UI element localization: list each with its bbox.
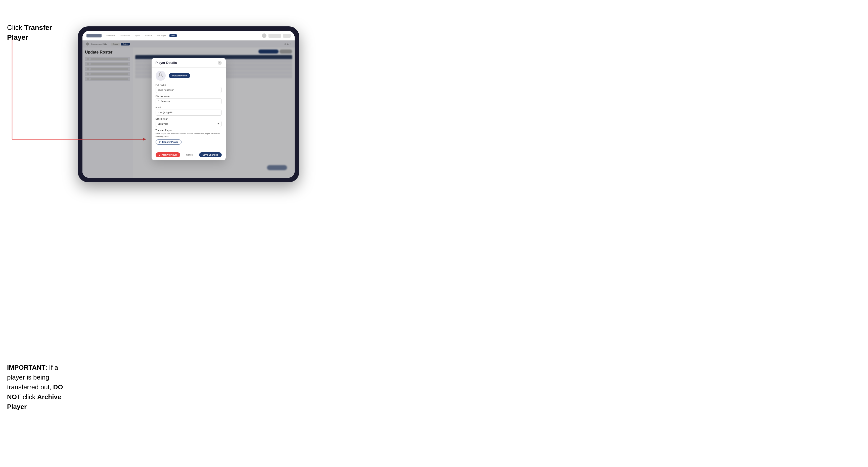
display-name-input[interactable] <box>156 98 222 104</box>
important-label: IMPORTANT <box>7 364 45 371</box>
upload-photo-button[interactable]: Upload Photo <box>169 73 190 78</box>
app-content: Grangewood (11) Roster Active Order ↑ Up… <box>83 40 294 178</box>
tablet-screen: Dashboard Tournaments Tryout Schedule Ad… <box>83 31 294 178</box>
avatar-icon <box>158 72 163 79</box>
modal-body: Upload Photo Full Name Display Name <box>152 68 226 150</box>
avatar-circle <box>156 71 166 81</box>
full-name-group: Full Name <box>156 84 222 93</box>
cancel-button[interactable]: Cancel <box>184 152 195 157</box>
transfer-player-button[interactable]: ⟳ Transfer Player <box>156 139 182 145</box>
transfer-description: If this player has moved to another scho… <box>156 132 222 138</box>
school-year-label: School Year <box>156 118 222 120</box>
full-name-input[interactable] <box>156 87 222 93</box>
school-year-select[interactable]: Sixth Year First Year Second Year Third … <box>156 121 222 127</box>
transfer-section: Transfer Player If this player has moved… <box>156 129 222 145</box>
modal-header: Player Details × <box>152 58 226 68</box>
school-year-group: School Year Sixth Year First Year Second… <box>156 118 222 127</box>
display-name-group: Display Name <box>156 95 222 104</box>
nav-tryout[interactable]: Tryout <box>133 34 142 37</box>
photo-section: Upload Photo <box>156 71 222 81</box>
header-menu-btn <box>283 34 290 38</box>
header-action-btn <box>269 34 281 38</box>
app-header: Dashboard Tournaments Tryout Schedule Ad… <box>83 31 294 40</box>
nav-team[interactable]: Team <box>169 34 177 37</box>
archive-player-button[interactable]: ⊘ Archive Player <box>156 152 181 157</box>
transfer-btn-icon: ⟳ <box>159 141 161 143</box>
archive-label: Archive Player <box>162 154 178 156</box>
tablet-device: Dashboard Tournaments Tryout Schedule Ad… <box>78 26 299 182</box>
email-input[interactable] <box>156 110 222 116</box>
transfer-btn-label: Transfer Player <box>162 141 178 143</box>
player-details-modal: Player Details × <box>152 58 226 160</box>
modal-title: Player Details <box>156 61 177 65</box>
modal-overlay: Player Details × <box>83 40 294 178</box>
user-avatar <box>262 33 267 38</box>
transfer-section-label: Transfer Player <box>156 129 222 131</box>
nav-schedule[interactable]: Schedule <box>143 34 154 37</box>
full-name-label: Full Name <box>156 84 222 86</box>
email-label: Email <box>156 106 222 109</box>
email-group: Email <box>156 106 222 116</box>
instruction-area: Click Transfer Player <box>7 23 75 42</box>
display-name-label: Display Name <box>156 95 222 97</box>
app-logo <box>87 34 101 37</box>
click-instruction: Click Transfer Player <box>7 23 75 42</box>
important-text-2: click <box>21 393 37 401</box>
header-right <box>262 33 290 38</box>
click-prefix: Click <box>7 24 24 31</box>
modal-close-button[interactable]: × <box>218 61 222 65</box>
important-instruction: IMPORTANT: If a player is being transfer… <box>7 363 75 412</box>
nav-dashboard[interactable]: Dashboard <box>104 34 116 37</box>
svg-point-0 <box>159 73 162 75</box>
save-changes-button[interactable]: Save Changes <box>199 152 222 157</box>
nav-add-player[interactable]: Add Player <box>156 34 167 37</box>
app-nav: Dashboard Tournaments Tryout Schedule Ad… <box>104 34 259 37</box>
modal-footer: ⊘ Archive Player Cancel Save Changes <box>152 150 226 160</box>
nav-tournaments[interactable]: Tournaments <box>118 34 131 37</box>
archive-icon: ⊘ <box>159 154 161 156</box>
